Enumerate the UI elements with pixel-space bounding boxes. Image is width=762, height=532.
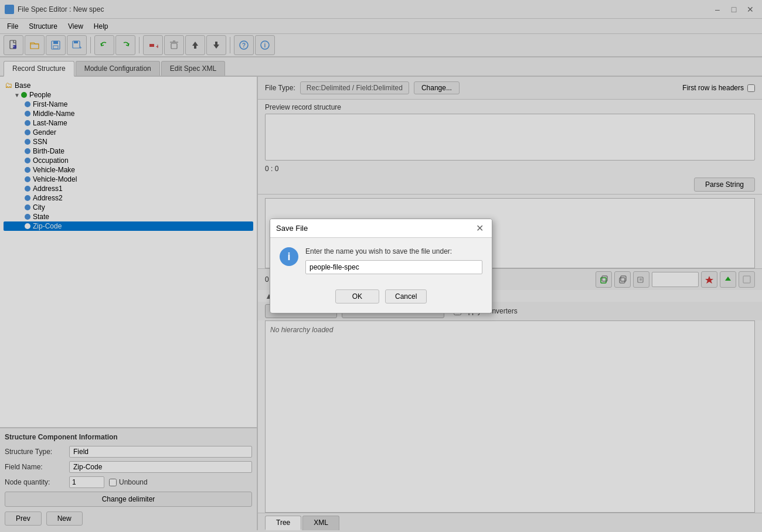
dialog-footer: OK Cancel (270, 284, 492, 313)
dialog-titlebar: Save File ✕ (270, 219, 492, 238)
dialog-cancel-button[interactable]: Cancel (385, 289, 427, 303)
dialog-close-button[interactable]: ✕ (474, 223, 486, 234)
dialog-title: Save File (276, 224, 308, 233)
dialog-info-icon: i (280, 247, 298, 266)
dialog-content: Enter the name you wish to save the file… (305, 247, 482, 274)
dialog-overlay: Save File ✕ i Enter the name you wish to… (0, 0, 762, 532)
dialog-filename-input[interactable] (305, 260, 482, 274)
save-file-dialog: Save File ✕ i Enter the name you wish to… (270, 219, 492, 313)
dialog-message: Enter the name you wish to save the file… (305, 247, 482, 255)
dialog-body: i Enter the name you wish to save the fi… (270, 238, 492, 284)
dialog-ok-button[interactable]: OK (335, 289, 379, 303)
